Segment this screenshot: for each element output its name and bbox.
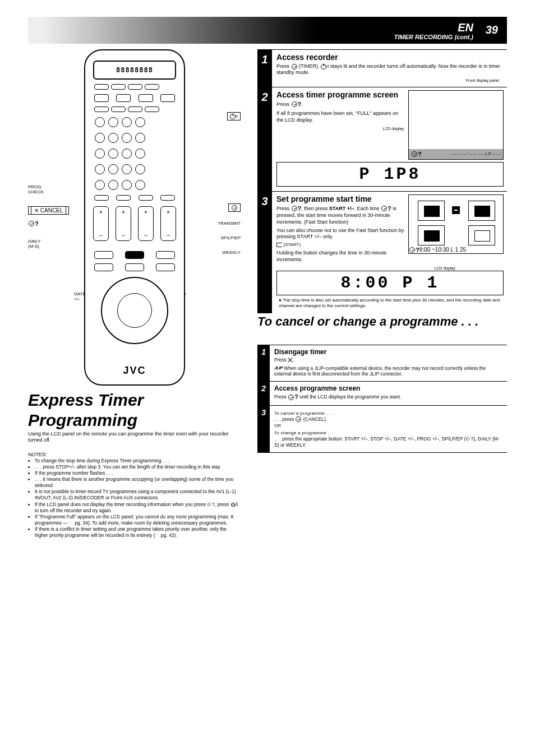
cc-change-body: . . . press the appropriate button: STAR… <box>274 436 504 448</box>
rocker-date: +– <box>93 206 109 241</box>
step-3: 3 ?8:00 ~10:30 L 1 25 Set programme star… <box>257 191 507 313</box>
callout-cancel-label: ✕ CANCEL <box>28 206 69 215</box>
callout-spep: SP/LP/EP <box>220 235 241 240</box>
rocker-stop: +– <box>138 206 154 241</box>
cc-step-2-num: 2 <box>257 382 270 405</box>
header-title: TIMER RECORDING (cont.) <box>394 34 473 40</box>
page-number: 39 <box>486 24 498 36</box>
cc-step-1-num: 1 <box>257 345 270 381</box>
cc-step-1-title: Disengage timer <box>274 348 504 356</box>
step-1-title: Access recorder <box>276 53 504 62</box>
timer-icon <box>292 64 297 69</box>
cc-step-2-title: Access programme screen <box>274 384 504 392</box>
brand-logo: JVC <box>85 365 184 377</box>
timer-icon <box>296 416 301 422</box>
step-2-mini-screen: ?– – : – – ~ – – : – – L P – – – <box>408 90 504 160</box>
question-icon: ? <box>298 101 302 109</box>
cross-icon <box>288 358 293 363</box>
cc-step-2: 2 Access programme screen Press ? until … <box>257 382 507 406</box>
note-item: If "Programme Full" appears on the LCD p… <box>35 514 241 526</box>
cc-step-1-note: When using a JLIP-compatible external de… <box>274 365 486 377</box>
note-item: If there is a conflict in timer setting … <box>35 526 241 539</box>
callout-transmit: TRANSMIT <box>218 221 241 226</box>
remote-illustration: /I ✕ CANCEL PROG.CHECK ? TRANSMIT SP/LP/… <box>28 49 241 391</box>
page-title-line2: Programming <box>28 411 241 429</box>
callout-timer-q: ? <box>28 220 39 227</box>
callout-weekly: WEEKLY <box>222 250 241 255</box>
callout-prog-check: PROG.CHECK <box>28 184 44 194</box>
step-1-number: 1 <box>257 50 272 87</box>
note-item: If the programme number flashes . . . <box>35 470 241 476</box>
notes-block: NOTES: To change the stop time during Ex… <box>28 452 241 539</box>
tab-icon <box>276 243 282 247</box>
remote-jog-disc <box>101 277 168 344</box>
note-item: It is not possible to timer-record TV pr… <box>35 489 241 501</box>
step-3-number: 3 <box>257 192 272 313</box>
note-item: . . . press STOP+/– after step 3. You ca… <box>35 464 241 470</box>
remote-lcd <box>93 61 176 80</box>
step-2-number: 2 <box>257 87 272 191</box>
cc-step-2-body: Press ? until the LCD displays the progr… <box>274 393 504 401</box>
page-title-line1: Express Timer <box>28 391 241 409</box>
step-3-tab-label: (START) <box>283 242 301 247</box>
question-icon: ? <box>298 205 302 213</box>
step-1-body: Press (TIMER). /I stays lit and the reco… <box>276 63 504 76</box>
step-2-lcd: P 1P8 <box>276 162 504 187</box>
cc-or: OR <box>274 423 504 428</box>
cc-change-label: To change a programme . . . <box>274 430 504 435</box>
note-item: To change the stop time during Express T… <box>35 458 241 464</box>
notes-heading: NOTES: <box>28 452 241 458</box>
scr2-bar-right: – – : – – ~ – – : – – L P – – – <box>451 152 501 156</box>
cc-step-1-body: Press . <box>274 357 504 363</box>
timer-icon <box>292 101 297 107</box>
question-icon: ? <box>294 393 298 401</box>
cc-step-1: 1 Disengage timer Press . JLIP When usin… <box>257 345 507 382</box>
front-panel-label: Front display panel <box>276 78 504 82</box>
step-3-mini-screens: ?8:00 ~10:30 L 1 25 <box>408 194 504 254</box>
cc-cancel-label: To cancel a programme . . . <box>274 411 504 416</box>
header-en: EN <box>458 21 473 34</box>
header-band: EN TIMER RECORDING (cont.) 39 <box>28 17 507 44</box>
jlip-icon: JLIP <box>274 365 283 371</box>
page-subtitle: Using the LCD panel on the remote you ca… <box>28 431 241 444</box>
cc-cancel-body: . . . press (CANCEL). <box>274 416 504 423</box>
arrow-icon <box>452 206 460 214</box>
cc-step-3-num: 3 <box>257 406 270 452</box>
step-2: 2 ?– – : – – ~ – – : – – L P – – – Acces… <box>257 87 507 191</box>
step-3-bullet: ● The stop time is also set automaticall… <box>276 298 504 309</box>
step-1: 1 Access recorder Press (TIMER). /I stay… <box>257 49 507 87</box>
timer-icon <box>292 206 297 211</box>
callout-timer <box>228 203 241 212</box>
step-3-lcd: 8:00 P 1 <box>276 271 504 295</box>
rocker-start: +– <box>116 206 131 241</box>
cc-step-3: 3 To cancel a programme . . . . . . pres… <box>257 406 507 453</box>
cc-section-title: To cancel or change a programme . . . <box>257 314 507 329</box>
note-item: If the LCD panel does not display the ti… <box>35 502 241 514</box>
remote-body: +– +– +– +– JVC <box>84 49 185 386</box>
timer-icon <box>288 395 294 400</box>
power-icon <box>321 64 326 69</box>
rocker-prog: +– <box>160 206 176 241</box>
note-item: . . . it means that there is another pro… <box>35 476 241 489</box>
cancel-icon: ✕ CANCEL <box>31 206 66 215</box>
lcd-label: LCD display <box>276 266 504 270</box>
callout-power: /I <box>227 112 241 120</box>
cancel-change-block: 1 Disengage timer Press . JLIP When usin… <box>257 345 507 453</box>
callout-daily: DAILY(M-S) <box>28 239 41 249</box>
header-section: EN TIMER RECORDING (cont.) <box>394 21 473 40</box>
scr3-bar-right: 8:00 ~10:30 L 1 25 <box>419 247 466 253</box>
